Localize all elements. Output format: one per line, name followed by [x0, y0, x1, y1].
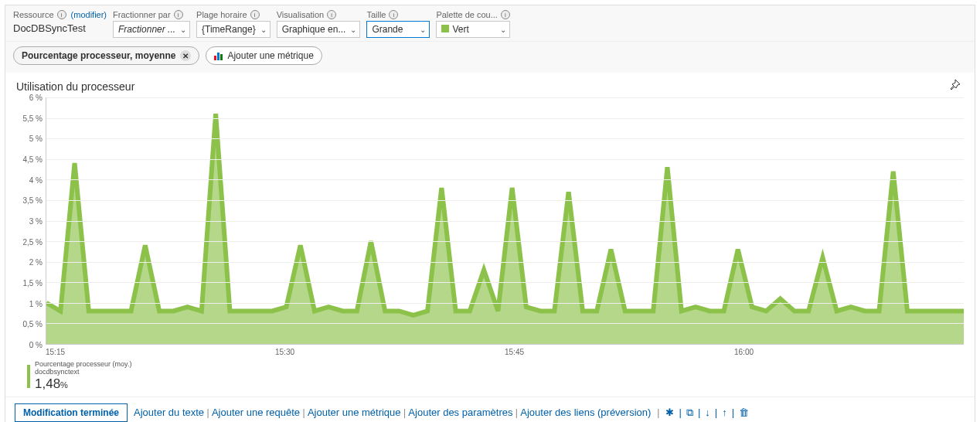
splitby-group: Fractionner par i Fractionner ...⌄	[113, 10, 190, 38]
info-icon: i	[174, 10, 183, 19]
resource-group: Ressource i (modifier) DocDBSyncTest	[13, 10, 107, 34]
info-icon: i	[57, 10, 66, 19]
color-swatch	[441, 25, 449, 32]
legend-resource-name: docdbsynctext	[35, 369, 131, 376]
pin-icon[interactable]	[948, 79, 961, 91]
palette-group: Palette de cou... i Vert ⌄	[436, 10, 510, 38]
timerange-select[interactable]: {TimeRange}⌄	[196, 21, 271, 38]
timerange-group: Plage horaire i {TimeRange}⌄	[196, 10, 271, 38]
done-editing-button[interactable]: Modification terminée	[15, 403, 128, 422]
footer-link[interactable]: Ajouter du texte	[134, 407, 204, 418]
chevron-down-icon: ⌄	[180, 26, 186, 34]
legend: Pourcentage processeur (moy.) docdbsynct…	[27, 361, 964, 392]
chart-title: Utilisation du processeur	[16, 80, 964, 93]
palette-select[interactable]: Vert ⌄	[436, 21, 510, 38]
x-axis-labels: 15:1515:3015:4516:00	[46, 345, 964, 356]
toolbar: Ressource i (modifier) DocDBSyncTest Fra…	[5, 5, 975, 42]
size-select[interactable]: Grande⌄	[366, 21, 430, 38]
delete-icon[interactable]: 🗑	[739, 407, 749, 418]
chevron-down-icon: ⌄	[500, 26, 506, 34]
plot-wrap: 0 %0,5 %1 %1,5 %2 %2,5 %3 %3,5 %4 %4,5 %…	[16, 97, 964, 345]
resource-label: Ressource i	[13, 10, 66, 19]
resource-name: DocDBSyncTest	[13, 21, 107, 34]
legend-text: Pourcentage processeur (moy.) docdbsynct…	[35, 361, 131, 392]
settings-icon[interactable]: ✱	[665, 407, 674, 418]
palette-label: Palette de cou...	[436, 10, 498, 19]
footer-icons: ✱ | ⧉ | ↓ | ↑ | 🗑	[665, 407, 749, 419]
visualization-select[interactable]: Graphique en...⌄	[277, 21, 361, 38]
info-icon: i	[250, 10, 260, 19]
move-up-icon[interactable]: ↑	[722, 407, 727, 418]
size-label: Taille	[366, 10, 386, 19]
visualization-label: Visualisation	[277, 10, 325, 19]
metrics-panel: Ressource i (modifier) DocDBSyncTest Fra…	[5, 5, 975, 422]
metric-pill[interactable]: Pourcentage processeur, moyenne ✕	[13, 46, 199, 65]
chevron-down-icon: ⌄	[420, 26, 426, 34]
footer: Modification terminée Ajouter du texte |…	[5, 396, 975, 422]
chevron-down-icon: ⌄	[350, 26, 356, 34]
footer-link[interactable]: Ajouter des liens (préversion)	[520, 407, 651, 418]
size-group: Taille i Grande⌄	[366, 10, 430, 38]
move-down-icon[interactable]: ↓	[705, 407, 710, 418]
add-metric-label: Ajouter une métrique	[227, 50, 313, 61]
metric-pill-label: Pourcentage processeur, moyenne	[22, 50, 175, 61]
info-icon: i	[501, 10, 510, 19]
metric-pills-row: Pourcentage processeur, moyenne ✕ Ajoute…	[5, 42, 975, 73]
copy-icon[interactable]: ⧉	[686, 407, 693, 419]
visualization-group: Visualisation i Graphique en...⌄	[277, 10, 361, 38]
splitby-select[interactable]: Fractionner ...⌄	[113, 21, 190, 38]
info-icon: i	[327, 10, 336, 19]
chart-area: Utilisation du processeur 0 %0,5 %1 %1,5…	[5, 73, 975, 396]
legend-color-bar	[27, 365, 30, 388]
y-axis-labels: 0 %0,5 %1 %1,5 %2 %2,5 %3 %3,5 %4 %4,5 %…	[16, 97, 46, 345]
footer-link[interactable]: Ajouter une métrique	[308, 407, 401, 418]
footer-link[interactable]: Ajouter des paramètres	[408, 407, 512, 418]
info-icon: i	[389, 10, 398, 19]
plot[interactable]	[46, 97, 964, 345]
modify-resource-link[interactable]: (modifier)	[71, 10, 107, 19]
chevron-down-icon: ⌄	[260, 26, 267, 34]
add-metric-pill[interactable]: Ajouter une métrique	[206, 46, 322, 65]
remove-metric-icon[interactable]: ✕	[180, 50, 191, 61]
footer-link[interactable]: Ajouter une requête	[212, 407, 300, 418]
footer-links: Ajouter du texte | Ajouter une requête |…	[134, 407, 651, 418]
barchart-icon	[214, 51, 223, 60]
splitby-label: Fractionner par	[113, 10, 171, 19]
legend-value: 1,48%	[35, 376, 131, 392]
timerange-label: Plage horaire	[196, 10, 247, 19]
